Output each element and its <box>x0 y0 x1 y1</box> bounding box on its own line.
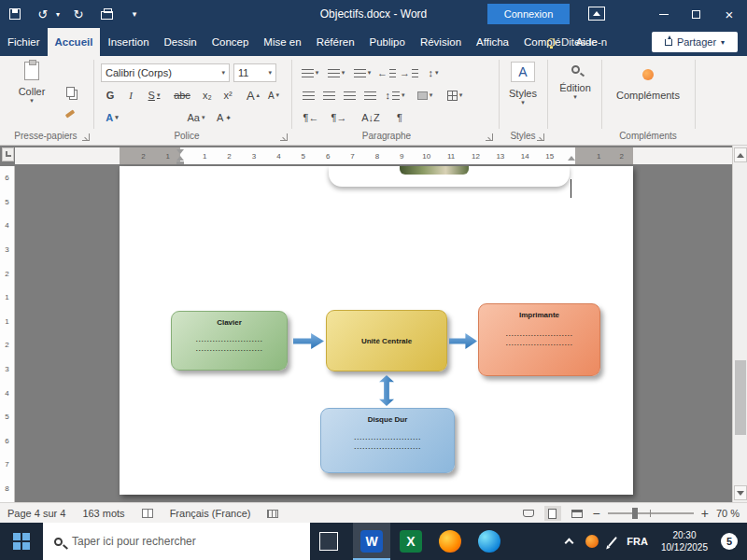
increase-indent-button[interactable]: → <box>400 63 418 82</box>
bold-button[interactable]: G <box>101 86 120 105</box>
notification-badge[interactable]: 5 <box>721 533 738 550</box>
numbering-button[interactable]: ▾ <box>325 63 347 82</box>
paragraph-spacing-button[interactable]: ↕▾ <box>422 63 444 82</box>
format-painter-button[interactable] <box>60 105 80 123</box>
vertical-scrollbar[interactable] <box>732 146 747 502</box>
print-layout-icon[interactable] <box>544 506 561 521</box>
proofing-icon[interactable] <box>142 509 153 518</box>
strikethrough-button[interactable]: abc <box>170 86 194 105</box>
taskbar-edge-button[interactable] <box>471 523 508 560</box>
tab-selector[interactable] <box>2 147 14 161</box>
ribbon-display-options-icon[interactable] <box>588 7 605 21</box>
ribbon-tab[interactable]: Afficha <box>469 28 516 56</box>
task-view-button[interactable] <box>319 532 338 551</box>
zoom-slider-thumb[interactable] <box>632 508 638 519</box>
paste-button[interactable]: Coller ▾ <box>9 62 54 105</box>
ribbon-tab[interactable]: Référen <box>309 28 362 56</box>
ribbon-tab[interactable]: Mise en <box>256 28 308 56</box>
italic-button[interactable]: I <box>121 86 140 105</box>
underline-button[interactable]: S▾ <box>142 86 166 105</box>
partial-picture[interactable] <box>329 166 570 187</box>
scrollbar-thumb[interactable] <box>735 360 746 435</box>
start-button[interactable] <box>0 523 43 560</box>
borders-button[interactable]: ▾ <box>443 86 467 105</box>
multilevel-list-button[interactable]: ▾ <box>351 63 374 82</box>
diagram-box-disque-dur[interactable]: Disque Dur ........................ ....… <box>320 408 455 473</box>
save-icon[interactable] <box>6 5 24 23</box>
rtl-direction-button[interactable]: ¶→ <box>327 108 351 127</box>
sign-in-button[interactable]: Connexion <box>487 4 570 24</box>
ribbon-tab[interactable]: Accueil <box>48 28 101 56</box>
pen-icon[interactable] <box>608 536 617 546</box>
text-effects-button[interactable]: A▾ <box>101 108 123 127</box>
close-button[interactable]: × <box>713 0 745 28</box>
complements-button[interactable]: Compléments <box>607 62 689 101</box>
subscript-button[interactable]: x₂ <box>198 86 217 105</box>
undo-icon[interactable]: ↺ <box>34 5 52 23</box>
shrink-font-button[interactable]: A▾ <box>265 86 282 105</box>
taskbar-word-button[interactable]: W <box>353 523 390 560</box>
align-left-button[interactable] <box>299 86 317 105</box>
zoom-level[interactable]: 70 % <box>716 508 740 519</box>
ribbon-tab[interactable]: Révision <box>413 28 469 56</box>
font-dialog-launcher-icon[interactable] <box>280 133 288 141</box>
first-line-indent-marker[interactable] <box>176 149 184 154</box>
font-name-combo[interactable]: Calibri (Corps)▾ <box>101 63 230 82</box>
zoom-in-button[interactable]: + <box>701 506 709 521</box>
edition-button[interactable]: Édition ▾ <box>553 62 598 101</box>
undo-dropdown-icon[interactable]: ▾ <box>56 10 60 19</box>
right-indent-marker[interactable] <box>568 156 575 161</box>
tell-me-button[interactable]: Dites-le-n <box>547 28 607 56</box>
copy-button[interactable] <box>60 82 80 101</box>
superscript-button[interactable]: x² <box>218 86 237 105</box>
taskbar-search-input[interactable]: Taper ici pour rechercher <box>43 523 310 560</box>
customize-qat-icon[interactable]: ▾ <box>125 5 144 23</box>
show-paragraph-marks-button[interactable]: ¶ <box>390 108 409 127</box>
scroll-down-button[interactable] <box>734 485 747 500</box>
zoom-out-button[interactable]: − <box>593 506 600 521</box>
align-center-button[interactable] <box>319 86 338 105</box>
tray-app-icon[interactable] <box>585 535 599 548</box>
read-mode-icon[interactable] <box>520 506 537 521</box>
decrease-indent-button[interactable]: ← <box>377 63 396 82</box>
clipboard-dialog-launcher-icon[interactable] <box>82 133 90 141</box>
minimize-button[interactable] <box>648 0 680 28</box>
diagram-box-imprimante[interactable]: Imprimante ........................ ....… <box>478 303 600 376</box>
shading-button[interactable]: ▾ <box>413 86 437 105</box>
left-indent-marker[interactable] <box>176 161 184 164</box>
paragraph-dialog-launcher-icon[interactable] <box>486 133 493 141</box>
font-size-combo[interactable]: 11▾ <box>233 63 276 82</box>
styles-dialog-launcher-icon[interactable] <box>537 133 544 141</box>
horizontal-ruler[interactable]: 21 123456789101112131415 12 <box>15 147 732 164</box>
ribbon-tab[interactable]: Dessin <box>157 28 204 56</box>
quick-print-icon[interactable] <box>97 5 116 23</box>
scroll-up-button[interactable] <box>734 147 747 162</box>
page-indicator[interactable]: Page 4 sur 4 <box>7 508 65 519</box>
language-indicator[interactable]: Français (France) <box>170 508 251 519</box>
web-layout-icon[interactable] <box>569 506 585 521</box>
arrow-unite-to-imprimante[interactable] <box>449 333 477 349</box>
change-case-button[interactable]: Aa▾ <box>183 108 209 127</box>
ltr-direction-button[interactable]: ¶← <box>299 108 323 127</box>
arrow-unite-to-disque[interactable] <box>379 375 394 406</box>
language-switcher[interactable]: FRA <box>627 536 648 547</box>
share-button[interactable]: Partager ▾ <box>652 32 738 52</box>
styles-button[interactable]: A Styles ▾ <box>502 62 543 106</box>
document-page[interactable]: Clavier ........................ .......… <box>120 166 633 495</box>
clear-formatting-button[interactable]: A✦ <box>213 108 235 127</box>
vertical-ruler[interactable]: 65432112345678 <box>0 166 15 502</box>
maximize-button[interactable] <box>680 0 712 28</box>
diagram-box-clavier[interactable]: Clavier ........................ .......… <box>171 311 288 371</box>
keyboard-icon[interactable] <box>267 510 278 518</box>
ribbon-tab[interactable]: Publipo <box>362 28 413 56</box>
bullets-button[interactable]: ▾ <box>299 63 321 82</box>
hidden-icons-chevron-icon[interactable] <box>565 539 574 548</box>
grow-font-button[interactable]: A▴ <box>245 86 261 105</box>
taskbar-excel-button[interactable]: X <box>392 523 430 560</box>
arrow-clavier-to-unite[interactable] <box>293 333 324 349</box>
line-spacing-button[interactable]: ↕▾ <box>383 86 407 105</box>
zoom-slider[interactable] <box>608 512 694 514</box>
diagram-box-unite-centrale[interactable]: Unité Centrale <box>326 310 447 371</box>
word-count[interactable]: 163 mots <box>82 508 124 519</box>
clock[interactable]: 20:30 10/12/2025 <box>661 529 708 553</box>
